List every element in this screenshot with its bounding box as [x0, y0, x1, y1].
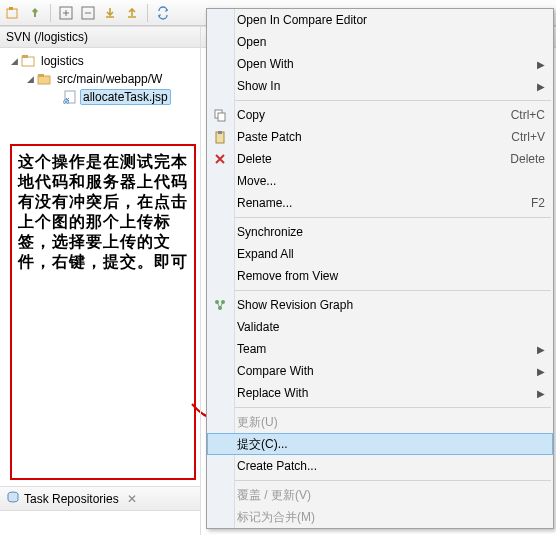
- submenu-arrow-icon: ▶: [537, 366, 545, 377]
- shortcut: Ctrl+C: [511, 108, 545, 122]
- folder-icon: [36, 71, 52, 87]
- expand-toggle-icon[interactable]: ◢: [24, 74, 36, 84]
- svn-section-title: SVN (/logistics): [6, 30, 88, 44]
- menu-team[interactable]: Team▶: [207, 338, 553, 360]
- menu-delete[interactable]: DeleteDelete: [207, 148, 553, 170]
- tool-pin-icon[interactable]: [26, 4, 44, 22]
- tree-label: logistics: [38, 53, 87, 69]
- menu-paste-patch[interactable]: Paste PatchCtrl+V: [207, 126, 553, 148]
- tool-expand-icon[interactable]: [57, 4, 75, 22]
- svg-rect-8: [22, 55, 28, 58]
- menu-show-revision-graph[interactable]: Show Revision Graph: [207, 294, 553, 316]
- repository-icon: [6, 490, 20, 507]
- task-repositories-tab[interactable]: Task Repositories ✕: [0, 486, 200, 511]
- shortcut: Ctrl+V: [511, 130, 545, 144]
- shortcut: F2: [531, 196, 545, 210]
- graph-icon: [212, 297, 228, 313]
- project-icon: [20, 53, 36, 69]
- menu-separator: [235, 100, 551, 101]
- tool-upload-icon[interactable]: [123, 4, 141, 22]
- menu-open-with[interactable]: Open With▶: [207, 53, 553, 75]
- menu-mark-merged: 标记为合并(M): [207, 506, 553, 528]
- menu-copy[interactable]: CopyCtrl+C: [207, 104, 553, 126]
- menu-rename[interactable]: Rename...F2: [207, 192, 553, 214]
- menu-create-patch[interactable]: Create Patch...: [207, 455, 553, 477]
- menu-separator: [235, 407, 551, 408]
- shortcut: Delete: [510, 152, 545, 166]
- menu-separator: [235, 290, 551, 291]
- tool-nav-icon[interactable]: [4, 4, 22, 22]
- menu-update: 更新(U): [207, 411, 553, 433]
- submenu-arrow-icon: ▶: [537, 388, 545, 399]
- menu-move[interactable]: Move...: [207, 170, 553, 192]
- toolbar-separator: [50, 4, 51, 22]
- copy-icon: [212, 107, 228, 123]
- tree-label: allocateTask.jsp: [80, 89, 171, 105]
- submenu-arrow-icon: ▶: [537, 81, 545, 92]
- svg-rect-17: [218, 131, 222, 134]
- delete-icon: [212, 151, 228, 167]
- menu-show-in[interactable]: Show In▶: [207, 75, 553, 97]
- menu-separator: [235, 480, 551, 481]
- svg-rect-9: [38, 76, 50, 84]
- toolbar-separator: [147, 4, 148, 22]
- submenu-arrow-icon: ▶: [537, 59, 545, 70]
- svg-rect-0: [7, 9, 17, 18]
- tab-close-icon[interactable]: ✕: [127, 492, 137, 506]
- menu-commit[interactable]: 提交(C)...: [207, 433, 553, 455]
- menu-compare-with[interactable]: Compare With▶: [207, 360, 553, 382]
- tool-collapse-icon[interactable]: [79, 4, 97, 22]
- context-menu: Open In Compare Editor Open Open With▶ S…: [206, 8, 554, 529]
- menu-separator: [235, 217, 551, 218]
- submenu-arrow-icon: ▶: [537, 344, 545, 355]
- svg-rect-10: [38, 74, 44, 77]
- tool-download-icon[interactable]: [101, 4, 119, 22]
- menu-open[interactable]: Open: [207, 31, 553, 53]
- annotation-note: 这个操作是在测试完本地代码和服务器上代码有没有冲突后，在点击上个图的那个上传标签…: [10, 144, 196, 480]
- task-repositories-label: Task Repositories: [24, 492, 119, 506]
- annotation-text: 这个操作是在测试完本地代码和服务器上代码有没有冲突后，在点击上个图的那个上传标签…: [18, 152, 188, 272]
- jsp-file-icon: [62, 89, 78, 105]
- menu-replace-with[interactable]: Replace With▶: [207, 382, 553, 404]
- expand-toggle-icon[interactable]: ◢: [8, 56, 20, 66]
- menu-override-update: 覆盖 / 更新(V): [207, 484, 553, 506]
- menu-expand-all[interactable]: Expand All: [207, 243, 553, 265]
- menu-open-compare[interactable]: Open In Compare Editor: [207, 9, 553, 31]
- menu-synchronize[interactable]: Synchronize: [207, 221, 553, 243]
- tree-label: src/main/webapp/W: [54, 71, 165, 87]
- svg-rect-7: [22, 57, 34, 66]
- tool-sync-icon[interactable]: [154, 4, 172, 22]
- paste-icon: [212, 129, 228, 145]
- menu-validate[interactable]: Validate: [207, 316, 553, 338]
- svg-rect-15: [218, 113, 225, 121]
- svg-rect-1: [9, 7, 13, 10]
- menu-remove-view[interactable]: Remove from View: [207, 265, 553, 287]
